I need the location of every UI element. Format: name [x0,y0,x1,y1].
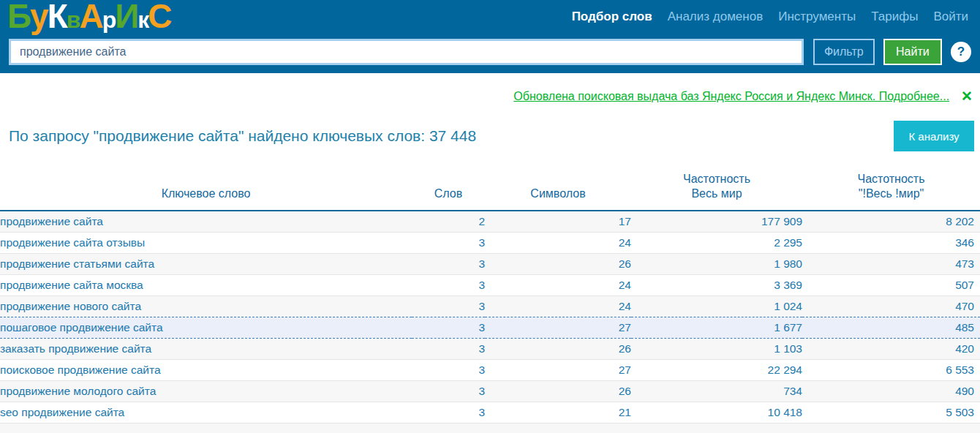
freq-world-cell: 1 677 [631,317,802,338]
keyword-cell[interactable]: продвижение сайта [0,211,412,232]
column-header-words: Слов [412,172,485,211]
freq-exact-cell: 8 202 [802,211,980,232]
nav-item-domain-analysis[interactable]: Анализ доменов [668,10,764,24]
help-button[interactable]: ? [951,42,971,62]
nav-item-pricing[interactable]: Тарифы [871,10,918,24]
freq-world-cell: 1 980 [631,253,802,274]
keyword-cell[interactable]: заказать продвижение сайта [0,338,412,359]
table-row[interactable]: пошаговое продвижение сайта 3 27 1 677 4… [0,317,980,338]
freq-exact-cell: 5 503 [802,402,980,423]
results-bar: По запросу "продвижение сайта" найдено к… [9,121,974,151]
table-row[interactable]: продвижение статьями сайта 3 26 1 980 47… [0,253,980,274]
nav-item-word-selection[interactable]: Подбор слов [572,10,652,24]
chars-cell: 17 [485,211,631,232]
analyze-button[interactable]: К анализу [894,121,974,151]
words-cell: 3 [412,232,485,253]
freq-exact-cell: 346 [802,232,980,253]
keyword-cell[interactable]: продвижение сайта москва [0,274,412,295]
freq-exact-cell: 473 [802,253,980,274]
freq-exact-cell: 490 [802,380,980,402]
logo[interactable]: Б у К в А р И к С [7,0,171,40]
chars-cell: 24 [485,232,631,253]
question-mark-icon: ? [957,45,965,59]
words-cell: 3 [412,359,485,380]
column-header-keyword: Ключевое слово [0,172,412,211]
logo-letter: в [67,0,80,40]
chars-cell: 21 [485,402,631,423]
freq-exact-cell: 6 553 [802,359,980,380]
table-row[interactable]: продвижение нового сайта 3 24 1 024 470 [0,295,980,317]
freq-world-cell: 1 024 [631,295,802,317]
table-row[interactable]: продвижение сайта 2 17 177 909 8 202 [0,211,980,232]
logo-letter: С [148,0,170,37]
results-table-body: продвижение сайта 2 17 177 909 8 202 про… [0,211,980,433]
logo-letter: у [30,0,48,37]
table-row[interactable]: продвижение молодого сайта 3 26 734 490 [0,380,980,402]
main-nav: Подбор слов Анализ доменов Инструменты Т… [572,10,968,24]
words-cell: 3 [412,317,485,338]
chars-cell: 27 [485,359,631,380]
keyword-cell[interactable] [0,423,412,433]
keyword-cell[interactable]: продвижение статьями сайта [0,253,412,274]
freq-world-cell: 22 294 [631,359,802,380]
freq-world-cell: 734 [631,380,802,402]
logo-letter: А [79,0,102,37]
words-cell: 2 [412,211,485,232]
words-cell: 3 [412,402,485,423]
table-row[interactable]: заказать продвижение сайта 3 26 1 103 42… [0,338,980,359]
freq-world-cell [631,423,802,433]
table-row[interactable]: продвижение сайта москва 3 24 3 369 507 [0,274,980,295]
app-header: Б у К в А р И к С Подбор слов Анализ дом… [0,0,980,73]
chars-cell: 26 [485,253,631,274]
words-cell: 3 [412,274,485,295]
column-header-freq-exact: Частотность"!Весь !мир" [802,172,980,211]
table-row[interactable]: продвижение сайта отзывы 3 24 2 295 346 [0,232,980,253]
column-header-chars: Символов [485,172,631,211]
logo-letter: К [48,0,67,37]
filter-button[interactable]: Фильтр [813,39,875,65]
results-table: Ключевое слово Слов Символов Частотность… [0,172,980,433]
find-button[interactable]: Найти [883,39,943,65]
words-cell: 3 [412,295,485,317]
words-cell: 3 [412,253,485,274]
table-row[interactable] [0,423,980,433]
keyword-cell[interactable]: поисковое продвижение сайта [0,359,412,380]
freq-exact-cell: 507 [802,274,980,295]
freq-exact-cell: 420 [802,338,980,359]
freq-exact-cell [802,423,980,433]
logo-letter: р [102,0,116,40]
logo-letter: к [137,0,148,40]
keyword-cell[interactable]: продвижение молодого сайта [0,380,412,402]
chars-cell: 26 [485,380,631,402]
freq-world-cell: 177 909 [631,211,802,232]
table-row[interactable]: seo продвижение сайта 3 21 10 418 5 503 [0,402,980,423]
words-cell [412,423,485,433]
notification-link[interactable]: Обновлена поисковая выдача баз Яндекс Ро… [513,90,949,103]
bukvarix-app: Б у К в А р И к С Подбор слов Анализ дом… [0,0,980,433]
chars-cell: 24 [485,295,631,317]
keyword-cell[interactable]: seo продвижение сайта [0,402,412,423]
table-row[interactable]: поисковое продвижение сайта 3 27 22 294 … [0,359,980,380]
table-header-row: Ключевое слово Слов Символов Частотность… [0,172,980,211]
keyword-cell[interactable]: пошаговое продвижение сайта [0,317,412,338]
close-icon[interactable]: ✕ [961,89,973,103]
logo-letter: Б [7,0,30,37]
keyword-cell[interactable]: продвижение сайта отзывы [0,232,412,253]
column-header-freq-world: ЧастотностьВесь мир [631,172,802,211]
freq-world-cell: 3 369 [631,274,802,295]
nav-item-tools[interactable]: Инструменты [778,10,856,24]
chars-cell: 26 [485,338,631,359]
logo-letter: И [115,0,137,37]
search-input[interactable] [9,39,804,65]
freq-world-cell: 1 103 [631,338,802,359]
results-summary: По запросу "продвижение сайта" найдено к… [9,127,476,145]
keyword-cell[interactable]: продвижение нового сайта [0,295,412,317]
nav-item-login[interactable]: Войти [933,10,968,24]
notification-bar: Обновлена поисковая выдача баз Яндекс Ро… [0,89,973,103]
search-bar: Фильтр Найти ? [9,39,971,65]
chars-cell [485,423,631,433]
freq-exact-cell: 470 [802,295,980,317]
freq-exact-cell: 485 [802,317,980,338]
chars-cell: 24 [485,274,631,295]
words-cell: 3 [412,380,485,402]
